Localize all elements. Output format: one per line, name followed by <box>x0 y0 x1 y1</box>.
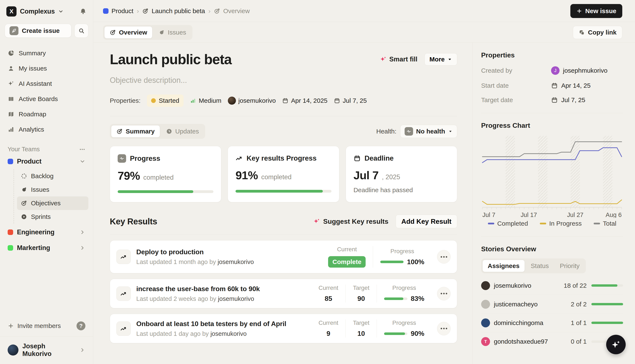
objective-description-input[interactable]: Objective description... <box>110 76 457 85</box>
legend-in-progress: In Progress <box>540 220 581 227</box>
workspace-switcher[interactable]: X Complexus <box>5 6 88 17</box>
key-result-row[interactable]: Deploy to production Last updated 1 mont… <box>110 240 457 273</box>
breadcrumb-separator: › <box>208 8 211 14</box>
sidebar-item-roadmap[interactable]: Roadmap <box>5 107 88 121</box>
sidebar-item-issues[interactable]: Issues <box>17 183 88 196</box>
assignee-row[interactable]: T gondotshaxedue97 0 of 1 <box>481 332 623 351</box>
sidebar-item-summary[interactable]: Summary <box>5 46 88 60</box>
legend-completed: Completed <box>488 220 528 227</box>
health-value: No health <box>416 128 445 135</box>
assignee-row[interactable]: justicemacheyo 2 of 2 <box>481 295 623 314</box>
tab-priority[interactable]: Priority <box>555 260 584 272</box>
teams-more-icon[interactable] <box>79 146 86 152</box>
status-pill[interactable]: Started <box>147 94 184 107</box>
avatar <box>481 281 490 290</box>
sidebar-item-backlog[interactable]: Backlog <box>17 169 88 183</box>
sidebar-item-analytics[interactable]: Analytics <box>5 122 88 136</box>
sidebar-item-sprints[interactable]: Sprints <box>17 210 88 224</box>
copy-link-button[interactable]: Copy link <box>573 26 622 39</box>
issues-icon <box>158 29 165 36</box>
sidebar-team-product[interactable]: Product <box>5 154 88 168</box>
smart-fill-button[interactable]: Smart fill <box>380 56 418 63</box>
created-by-value[interactable]: J josephmukorivo <box>551 66 607 75</box>
target-icon <box>116 128 123 134</box>
start-date-label: Apr 14, 2025 <box>291 97 327 104</box>
priority-field[interactable]: Medium <box>190 97 222 104</box>
key-result-row[interactable]: Onboard at least 10 beta testers by end … <box>110 314 457 343</box>
bell-icon[interactable] <box>80 8 87 15</box>
target-icon <box>21 200 27 206</box>
breadcrumb-overview[interactable]: Overview <box>214 8 250 14</box>
progress-chart-title: Progress Chart <box>481 122 623 130</box>
sidebar-team-marketing[interactable]: Markerting <box>5 241 88 255</box>
row-menu-button[interactable] <box>437 250 451 264</box>
tab-status[interactable]: Status <box>526 260 554 272</box>
key-result-row[interactable]: increase the user-base from 60k to 90k L… <box>110 279 457 308</box>
start-date-value[interactable]: Apr 14, 25 <box>551 82 590 89</box>
breadcrumb-product[interactable]: Product <box>103 8 133 14</box>
suggest-key-results-button[interactable]: Suggest Key results <box>313 218 388 226</box>
sidebar-item-active-boards[interactable]: Active Boards <box>5 92 88 106</box>
health-dropdown[interactable]: No health <box>400 125 457 138</box>
progress-bar <box>380 260 404 263</box>
nav-label: Analytics <box>19 126 44 133</box>
help-button[interactable]: ? <box>77 322 86 330</box>
nav-label: AI Assistant <box>19 80 52 87</box>
create-issue-button[interactable]: Create issue <box>5 24 72 38</box>
add-key-result-label: Add Key Result <box>401 218 451 226</box>
key-result-meta: Last updated 2 weeks ago by josemukorivo <box>136 295 311 302</box>
legend-swatch <box>488 223 494 224</box>
tab-assignees[interactable]: Assignees <box>482 260 525 272</box>
sidebar-item-ai-assistant[interactable]: AI Assistant <box>5 77 88 91</box>
row-menu-button[interactable] <box>437 287 451 300</box>
assignee-row[interactable]: dominicchingoma 1 of 1 <box>481 314 623 332</box>
start-date-field[interactable]: Apr 14, 2025 <box>282 97 327 104</box>
created-by-name: josephmukorivo <box>563 67 607 74</box>
target-date-value[interactable]: Jul 7, 25 <box>551 96 585 104</box>
search-button[interactable] <box>74 24 88 38</box>
target-date-row: Target date Jul 7, 25 <box>481 96 623 104</box>
pie-chart-icon <box>8 50 15 56</box>
avatar: T <box>481 337 490 346</box>
tab-updates[interactable]: Updates <box>161 125 204 138</box>
breadcrumb-objective[interactable]: Launch public beta <box>142 8 205 14</box>
target-column: Target 10 <box>345 320 377 338</box>
invite-members[interactable]: Invite members ? <box>5 322 88 336</box>
card-title: Key results Progress <box>247 154 316 162</box>
row-menu-button[interactable] <box>437 322 451 336</box>
add-key-result-button[interactable]: Add Key Result <box>396 215 457 228</box>
sidebar-item-my-issues[interactable]: My issues <box>5 62 88 76</box>
target-icon <box>142 8 149 14</box>
sparkle-icon <box>8 80 15 87</box>
page-title[interactable]: Launch public beta <box>110 51 231 68</box>
divider <box>481 113 623 113</box>
meta-author: josemukorivo <box>218 258 254 265</box>
copy-icon <box>579 29 585 36</box>
priority-bars-icon <box>190 98 196 104</box>
assignee-row[interactable]: josemukorivo 18 of 22 <box>481 276 623 295</box>
details-panel: Properties Created by J josephmukorivo S… <box>472 43 635 364</box>
more-button[interactable]: More <box>424 53 457 66</box>
sub-item-label: Issues <box>31 186 49 193</box>
meta-author: josemukorivo <box>218 295 254 302</box>
user-menu[interactable]: Joseph Mukorivo <box>5 336 88 358</box>
current-value: 9 <box>327 330 330 338</box>
sub-item-label: Objectives <box>31 200 61 207</box>
tab-overview[interactable]: Overview <box>104 26 152 38</box>
sidebar-item-objectives[interactable]: Objectives <box>17 196 88 210</box>
page-tabs: Overview Issues <box>103 25 192 40</box>
assignee-field[interactable]: josemukorivo <box>228 96 276 105</box>
progress-value: 83% <box>411 295 424 302</box>
breadcrumb-label: Launch public beta <box>152 8 205 14</box>
key-results-title: Key Results <box>110 217 157 226</box>
new-issue-button[interactable]: New issue <box>570 4 622 18</box>
key-results-progress-card: Key results Progress 91% completed <box>228 146 339 202</box>
bar-chart-icon <box>8 126 15 133</box>
sidebar-team-engineering[interactable]: Engineering <box>5 225 88 239</box>
trending-up-icon <box>236 155 243 162</box>
properties-label: Properties: <box>110 97 141 104</box>
target-date-field[interactable]: Jul 7, 25 <box>334 97 367 104</box>
tab-summary[interactable]: Summary <box>111 125 160 138</box>
ai-assistant-fab[interactable] <box>606 335 626 354</box>
tab-issues[interactable]: Issues <box>153 26 191 38</box>
